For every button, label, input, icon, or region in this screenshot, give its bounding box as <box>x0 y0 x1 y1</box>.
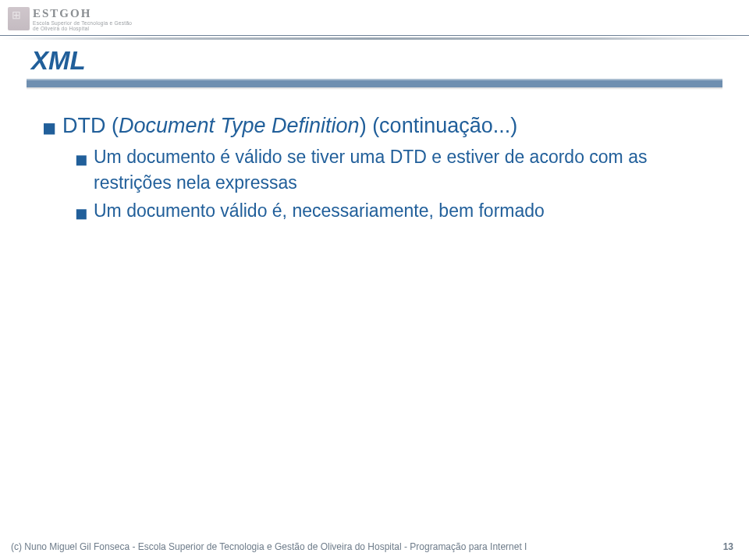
bullet-marker-icon: ◼ <box>42 112 62 140</box>
bullet-marker-icon: ◼ <box>75 144 94 170</box>
bullet1-prefix: DTD ( <box>62 114 119 137</box>
slide-footer: (c) Nuno Miguel Gil Fonseca - Escola Sup… <box>0 541 749 552</box>
bullet-level-1: ◼ DTD (Document Type Definition) (contin… <box>42 112 718 140</box>
bullet2a-text: Um documento é válido se tiver uma DTD e… <box>94 144 718 194</box>
slide-body: XML ◼ DTD (Document Type Definition) (co… <box>0 40 749 224</box>
bullet1-italic: Document Type Definition <box>119 114 360 137</box>
bullet2b-text: Um documento válido é, necessariamente, … <box>94 198 545 223</box>
slide-content: ◼ DTD (Document Type Definition) (contin… <box>27 88 722 224</box>
logo-subtitle-line1: Escola Superior de Tecnologia e Gestão <box>33 20 132 26</box>
logo-subtitle-line2: de Oliveira do Hospital <box>33 26 132 31</box>
title-region: XML <box>27 46 722 88</box>
footer-text: (c) Nuno Miguel Gil Fonseca - Escola Sup… <box>11 541 527 552</box>
bullet-text: DTD (Document Type Definition) (continua… <box>62 112 517 140</box>
bullet1-suffix: ) (continuação...) <box>360 114 518 137</box>
band-shadow <box>27 87 722 90</box>
logo-acronym: ESTGOH <box>33 7 132 20</box>
title-underline-band <box>27 79 722 87</box>
logo-text: ESTGOH Escola Superior de Tecnologia e G… <box>33 7 132 31</box>
logo-mark-icon <box>8 7 30 30</box>
bullet-level-2: ◼ Um documento válido é, necessariamente… <box>75 198 718 224</box>
band-highlight <box>27 79 722 80</box>
page-number: 13 <box>723 541 733 552</box>
school-logo: ESTGOH Escola Superior de Tecnologia e G… <box>8 7 132 31</box>
bullet-marker-icon: ◼ <box>75 198 94 224</box>
slide-title: XML <box>27 46 722 79</box>
bullet-level-2: ◼ Um documento é válido se tiver uma DTD… <box>75 144 718 194</box>
slide-header: ESTGOH Escola Superior de Tecnologia e G… <box>0 0 749 36</box>
